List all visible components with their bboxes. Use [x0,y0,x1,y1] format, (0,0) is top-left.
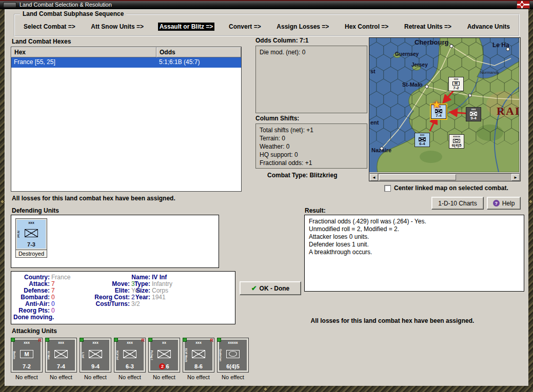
unit-counter[interactable]: R xx PzJag I 2 6 [148,338,180,373]
shift-line: Total shifts (net): +1 [260,126,363,134]
column-shifts-title: Column Shifts: [255,115,299,122]
column-header-odds[interactable]: Odds [156,47,241,57]
losses-assigned-message-bottom: All losses for this land combat hex have… [272,317,513,324]
map-place-label: RAI [497,106,519,117]
unit-strength: 9-4 [470,116,477,120]
subphase-step[interactable]: Select Combat => [22,23,77,31]
shift-line: Fractional odds: +1 [260,159,363,167]
map-unit-counter[interactable]: xxxxx 6(4)5 [449,134,464,149]
defending-units-box: xxx IV Inf 7-3 Destroyed [11,215,219,268]
scrollbar-thumb[interactable] [379,174,456,180]
unit-strength: 6(4)5 [452,143,462,148]
table-header: Hex Odds [11,47,241,57]
map-unit-counter[interactable]: xxx 9-4 [466,107,481,121]
unit-type-symbol [192,350,205,358]
map-place-label: ent [370,120,379,126]
subphase-step[interactable]: Advance Units [466,23,511,31]
map-place-label: Le Ha [492,42,509,48]
app-window: Land Combat Selection & Resolution Land … [0,0,533,392]
unit-size-label: xxx [127,341,133,344]
unit-name-label: XLV Inf [116,350,119,360]
unit-name-label: IV Inf [17,231,20,237]
map-place-label: Cherbourg [414,39,448,46]
map-unit-counter[interactable]: xxx 6-4 [414,133,430,147]
column-shifts-panel: Total shifts (net): +1Terrain: 0Weather:… [255,123,367,169]
unit-name-label: XLVI Mech [185,348,188,362]
detail-line: Cost/Turns: 3/2 [86,301,142,307]
combat-hexes-table: Hex Odds France [55, 25] 5:1;6:1B (45:7) [11,47,242,192]
detail-line: Size: Corps [128,287,172,294]
subphase-step[interactable]: Assault or Blitz => [158,23,215,31]
unit-strength: 6-4 [419,142,425,146]
strength-value: 8-6 [194,363,203,369]
defending-unit[interactable]: xxx IV Inf 7-3 Destroyed [15,218,47,258]
odds-line: Die mod. (net): 0 [260,48,363,56]
loss-badge: 2 [159,363,165,369]
unit-counter[interactable]: R xxxxx Guderian 6(4)5 [217,338,249,373]
map-place-label: St-Malo [402,82,423,88]
result-line: Attacker loses 0 units. [309,233,520,241]
scrollbar-track[interactable] [378,174,511,181]
unit-type-symbol [453,139,460,143]
attacking-unit: R xxx XLV Inf 6-3 No effect [114,338,146,380]
unit-type-symbol [25,229,38,237]
table-row[interactable]: France [55, 25] 5:1;6:1B (45:7) [11,57,241,68]
charts-button[interactable]: 1-D-10 Charts [431,197,484,210]
unit-type-symbol [89,350,102,358]
explosion-icon: ★ [432,98,441,111]
strength-value: 6(4)5 [226,363,240,369]
scroll-right-button[interactable]: ► [511,174,520,181]
r-marker: R [142,338,145,343]
r-marker: R [38,338,42,343]
detail-line: Year: 1941 [128,294,172,301]
shift-line: Terrain: 0 [260,134,363,142]
combat-hexes-title: Land Combat Hexes [12,38,71,45]
subphase-step[interactable]: Convert => [227,23,263,31]
attacking-unit: R xx PzJag I 2 6 No effect [148,338,180,380]
attacking-units-title: Attacking Units [12,327,57,335]
strength-value: 6-3 [126,363,134,369]
subphase-step[interactable]: Assign Losses => [275,23,330,31]
unit-strength: 9-4 [91,363,100,369]
details-column-1: Country: France Attack: 7 Defense: 7 [13,274,70,321]
subphase-step[interactable]: Att Snow Units => [89,23,145,31]
unit-counter[interactable]: R xxx XI Mot 7-4 [45,338,77,373]
map-view[interactable]: Cherbourg Le Ha Guernsey Jersey Normandy… [369,38,519,172]
map-place-label: Normandy [480,71,499,75]
unit-strength: 8-6 [194,363,203,369]
unit-size-label: xxxxx [453,135,460,138]
subphase-step[interactable]: Hex Control => [343,23,390,31]
ok-done-button[interactable]: ✔ OK - Done [240,281,301,295]
map-unit-counter[interactable]: xxx 7-2 [448,77,464,91]
unit-counter[interactable]: R xxx L Inf 9-4 [80,338,111,373]
subphase-title: Land Combat Subphase Sequence [20,10,126,17]
center-map-checkbox[interactable] [384,185,391,192]
help-button[interactable]: ? Help [487,197,521,210]
column-header-hex[interactable]: Hex [11,47,156,57]
unit-counter[interactable]: R xxx XLVI Mech 8-6 [183,338,214,373]
subphase-step[interactable]: Retreat Units => [403,23,453,31]
unit-size-label: xxx [420,134,424,136]
charts-button-label: 1-D-10 Charts [438,200,477,207]
result-line: Fractional odds (.429) roll was (.264) -… [309,218,520,225]
unit-size-label: xxxxx [228,341,238,344]
unit-effect-label: No effect [187,374,210,380]
attacking-unit: R xxx Berlin 7-2 No effect [11,338,43,380]
map-place-label: Jersey [411,63,428,68]
unit-strength: 7-3 [27,241,35,247]
subphase-groupbox: Land Combat Subphase Sequence Select Com… [14,14,520,36]
center-map-label: Center linked map on selected combat. [394,184,508,192]
unit-counter[interactable]: R xxx Berlin 7-2 [11,338,43,373]
scroll-left-button[interactable]: ◄ [370,174,378,181]
unit-size-label: xx [162,341,166,344]
unit-effect-label: No effect [119,374,141,380]
combat-type-label: Combat Type: Blitzkrieg [267,172,337,179]
table-body: France [55, 25] 5:1;6:1B (45:7) [11,57,241,68]
unit-size-label: xxx [24,341,30,344]
unit-counter[interactable]: xxx IV Inf 7-3 [15,218,47,250]
unit-counter[interactable]: R xxx XLV Inf 6-3 [114,338,146,373]
detail-line: Done moving. [13,314,70,321]
result-line: Unmodified roll = 2, Modified = 2. [309,225,520,233]
strength-value: 7-2 [23,363,31,369]
unit-name-label: Berlin [13,351,16,359]
